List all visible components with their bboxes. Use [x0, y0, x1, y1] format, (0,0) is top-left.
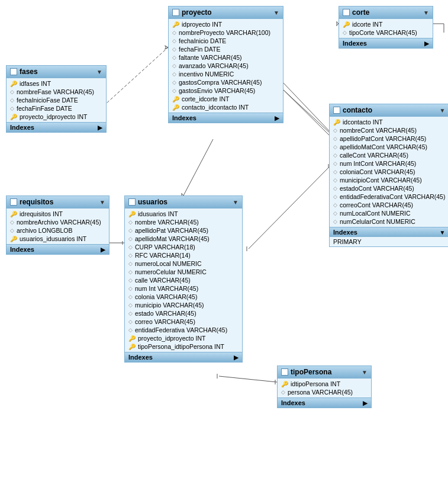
- col-icon: ◇: [333, 127, 337, 133]
- field-estado: ◇estado VARCHAR(45): [125, 309, 242, 318]
- col-icon: ◇: [172, 54, 176, 60]
- pk-icon: 🔑: [343, 21, 350, 28]
- footer-chevron-usuarios: ▶: [234, 354, 238, 361]
- pk-icon: 🔑: [333, 119, 340, 126]
- field-coloniaCont: ◇coloniaCont VARCHAR(45): [330, 168, 448, 176]
- field-idproyecto: 🔑idproyecto INT: [169, 20, 283, 28]
- table-corte: corte ▼ 🔑idcorte INT ◇tipoCorte VARCHAR(…: [339, 6, 433, 49]
- svg-line-21: [219, 376, 277, 382]
- field-nombre: ◇nombre VARCHAR(45): [125, 218, 242, 226]
- field-estadoCont: ◇estadoCont VARCHAR(45): [330, 184, 448, 193]
- table-fields-fases: 🔑idfases INT ◇nombreFase VARCHAR(45) ◇fe…: [7, 78, 106, 122]
- field-usuarios-idusuarios: 🔑usuarios_idusuarios INT: [7, 235, 109, 243]
- indexes-label-usuarios: Indexes: [128, 354, 153, 361]
- col-icon: ◇: [10, 219, 14, 225]
- footer-chevron-proyecto: ▶: [275, 115, 279, 121]
- table-fields-corte: 🔑idcorte INT ◇tipoCorte VARCHAR(45): [339, 19, 433, 38]
- col-icon: ◇: [333, 177, 337, 183]
- table-header-usuarios: usuarios ▼: [125, 196, 242, 209]
- field-CURP: ◇CURP VARCHAR(18): [125, 243, 242, 251]
- col-icon: ◇: [10, 105, 14, 111]
- indexes-label-corte: Indexes: [343, 40, 367, 47]
- table-header-tipoPersona: tipoPersona ▼: [278, 366, 371, 379]
- table-fields-contacto: 🔑idcontacto INT ◇nombreCont VARCHAR(45) …: [330, 117, 448, 227]
- field-fechaFinFase: ◇fechaFinFase DATE: [7, 104, 106, 113]
- table-fields-usuarios: 🔑idusuarios INT ◇nombre VARCHAR(45) ◇ape…: [125, 209, 242, 352]
- chevron-down-proyecto: ▼: [273, 9, 279, 16]
- field-corte-idcorte: 🔑corte_idcorte INT: [169, 95, 283, 103]
- table-fields-requisitos: 🔑idrequisitos INT ◇nombreArchivo VARCHAR…: [7, 209, 109, 244]
- col-icon: ◇: [10, 227, 14, 233]
- field-idusuarios: 🔑idusuarios INT: [125, 210, 242, 218]
- field-correoCont: ◇correoCont VARCHAR(45): [330, 201, 448, 209]
- col-icon: ◇: [172, 38, 176, 44]
- table-tipoPersona: tipoPersona ▼ 🔑idtipoPersona INT ◇person…: [277, 365, 372, 408]
- table-usuarios: usuarios ▼ 🔑idusuarios INT ◇nombre VARCH…: [124, 195, 243, 363]
- field-fechaFin: ◇fechaFin DATE: [169, 45, 283, 53]
- table-fields-proyecto: 🔑idproyecto INT ◇nombreProyecto VARCHAR(…: [169, 19, 283, 113]
- col-icon: ◇: [128, 302, 133, 308]
- footer-chevron-requisitos: ▶: [101, 246, 105, 253]
- field-faltante: ◇faltante VARCHAR(45): [169, 53, 283, 62]
- field-numeroCelular: ◇numeroCelular NUMERIC: [125, 268, 242, 276]
- indexes-label-fases: Indexes: [10, 124, 34, 131]
- table-fases: fases ▼ 🔑idfases INT ◇nombreFase VARCHAR…: [6, 65, 107, 133]
- table-footer-tipoPersona: Indexes ▶: [278, 397, 371, 408]
- table-header-requisitos: requisitos ▼: [7, 196, 109, 209]
- table-title-corte: corte: [352, 8, 369, 17]
- col-icon: ◇: [333, 185, 337, 191]
- col-icon: ◇: [333, 202, 337, 208]
- table-requisitos: requisitos ▼ 🔑idrequisitos INT ◇nombreAr…: [6, 195, 109, 255]
- footer-chevron-tipoPersona: ▶: [363, 400, 368, 406]
- indexes-label-proyecto: Indexes: [172, 114, 196, 121]
- field-numeroLocal: ◇numeroLocal NUMERIC: [125, 259, 242, 268]
- col-icon: ◇: [281, 389, 285, 395]
- table-header-contacto: contacto ▼: [330, 104, 448, 117]
- table-icon-fases: [10, 68, 17, 75]
- field-tipoCorte: ◇tipoCorte VARCHAR(45): [339, 28, 433, 37]
- col-icon: ◇: [172, 79, 176, 85]
- field-nombreFase: ◇nombreFase VARCHAR(45): [7, 88, 106, 96]
- field-proyecto-idproyecto-usuarios: 🔑proyecto_idproyecto INT: [125, 334, 242, 342]
- field-calle: ◇calle VARCHAR(45): [125, 276, 242, 284]
- indexes-primary-contacto: PRIMARY: [330, 237, 448, 246]
- field-nombreArchivo: ◇nombreArchivo VARCHAR(45): [7, 218, 109, 226]
- field-apellidoMat: ◇apellidoMat VARCHAR(45): [125, 235, 242, 243]
- table-footer-usuarios: Indexes ▶: [125, 352, 242, 362]
- chevron-down-tipoPersona: ▼: [362, 369, 368, 376]
- col-icon: ◇: [128, 219, 133, 225]
- col-icon: ◇: [128, 244, 133, 250]
- field-idtipoPersona: 🔑idtipoPersona INT: [278, 380, 371, 388]
- fk-icon: 🔑: [172, 104, 179, 111]
- col-icon: ◇: [128, 261, 133, 267]
- table-footer-requisitos: Indexes ▶: [7, 244, 109, 254]
- chevron-down-requisitos: ▼: [99, 199, 105, 206]
- fk-icon: 🔑: [128, 335, 136, 342]
- field-correo: ◇correo VARCHAR(45): [125, 318, 242, 326]
- table-title-proyecto: proyecto: [182, 8, 212, 17]
- field-contacto-idcontacto: 🔑contacto_idcontacto INT: [169, 103, 283, 111]
- col-icon: ◇: [333, 136, 337, 142]
- table-contacto: contacto ▼ 🔑idcontacto INT ◇nombreCont V…: [329, 104, 448, 247]
- col-icon: ◇: [172, 71, 176, 77]
- table-icon-corte: [343, 9, 350, 16]
- field-fechaInicio: ◇fechaInicio DATE: [169, 37, 283, 45]
- col-icon: ◇: [128, 236, 133, 242]
- table-title-fases: fases: [20, 68, 38, 76]
- table-title-tipoPersona: tipoPersona: [291, 368, 331, 376]
- field-calleCont: ◇calleCont VARCHAR(45): [330, 151, 448, 159]
- pk-icon: 🔑: [128, 211, 136, 217]
- field-gastosCompra: ◇gastosCompra VARCHAR(45): [169, 78, 283, 86]
- col-icon: ◇: [128, 252, 133, 258]
- field-apellidoMatCont: ◇apellidoMatCont VARCHAR(45): [330, 143, 448, 151]
- fk-icon: 🔑: [10, 114, 17, 120]
- table-icon-proyecto: [172, 9, 179, 16]
- col-icon: ◇: [333, 152, 337, 158]
- col-icon: ◇: [128, 319, 133, 325]
- field-fechaInicioFase: ◇fechaInicioFase DATE: [7, 96, 106, 104]
- col-icon: ◇: [172, 46, 176, 52]
- svg-line-14: [183, 139, 213, 195]
- footer-chevron-fases: ▶: [98, 124, 102, 131]
- svg-line-24: [249, 166, 330, 249]
- col-icon: ◇: [128, 227, 133, 233]
